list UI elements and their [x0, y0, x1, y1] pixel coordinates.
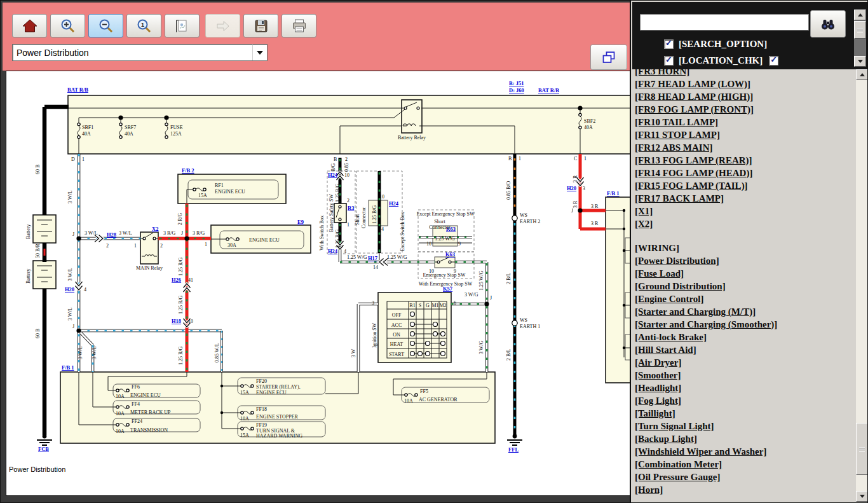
diagram-link-label[interactable]: H20	[567, 185, 576, 191]
diagram-label: With Switch Box	[319, 216, 325, 251]
sidebar-link[interactable]: [Hill Start Aid]	[635, 343, 855, 356]
sidebar-link[interactable]: [Ground Distribution]	[635, 280, 855, 293]
sidebar-link[interactable]: [FR13 FOG LAMP (REAR)]	[635, 154, 855, 167]
diagram-label: START	[389, 352, 404, 357]
diagram-link-label[interactable]: E9	[297, 219, 304, 225]
sidebar-link[interactable]: [FR17 BACK LAMP]	[635, 192, 855, 205]
save-button[interactable]	[243, 14, 278, 38]
diagram-label: 40A	[82, 131, 91, 137]
scroll-up-button[interactable]	[854, 10, 866, 20]
sidebar-link[interactable]: [Engine Control]	[635, 293, 855, 305]
sidebar-link[interactable]: [Smoother]	[635, 369, 855, 382]
search-input[interactable]	[640, 14, 809, 31]
location-chk-trailing-checkbox[interactable]	[769, 56, 778, 65]
zoom-in-button[interactable]	[50, 14, 85, 38]
diagram-link-label[interactable]: R3	[348, 205, 354, 211]
diagram-label: 2	[345, 156, 348, 162]
diagram-label: 1.25 W/G	[387, 254, 407, 260]
search-panel-scrollbar[interactable]	[854, 10, 866, 67]
diagram-link-label[interactable]: F/B 1	[62, 364, 74, 371]
zoom-out-icon	[98, 18, 114, 34]
sidebar-link[interactable]: [Fog Light]	[635, 394, 855, 407]
sidebar-link[interactable]: [Air Dryer]	[635, 356, 855, 369]
search-option-label: [SEARCH_OPTION]	[679, 39, 767, 50]
open-new-window-button[interactable]	[590, 45, 627, 70]
sidebar-link[interactable]: [Fuse Load]	[635, 267, 855, 280]
sidebar-link[interactable]: [Power Distribution]	[635, 254, 855, 267]
zoom-actual-button[interactable]: 1	[126, 14, 161, 38]
diagram-label: 3 W/G	[465, 292, 478, 298]
diagram-label: ENGINE ECU	[215, 189, 245, 195]
sidebar-link[interactable]: [Backup Light]	[635, 432, 855, 445]
diagram-link-label[interactable]: H24	[389, 200, 399, 207]
scroll-down-icon	[860, 495, 865, 498]
scrollbar-thumb[interactable]	[856, 423, 868, 475]
diagram-link-label[interactable]: F/B 2	[182, 167, 194, 174]
diagram-select-dropdown[interactable]: Power Distribution	[12, 44, 268, 61]
diagram-label: Connector	[429, 224, 451, 230]
sidebar-link[interactable]: [X2]	[635, 217, 855, 230]
search-button[interactable]	[810, 10, 846, 38]
diagram-link-label[interactable]: H20	[65, 286, 74, 293]
scroll-up-button[interactable]	[856, 69, 868, 80]
diagram-link-label[interactable]: B: J51	[509, 80, 524, 86]
diagram-label: OFF	[392, 312, 402, 318]
sidebar-link[interactable]: [Combination Meter]	[635, 458, 855, 471]
diagram-link-label[interactable]: H24	[328, 248, 338, 254]
diagram-link-label[interactable]: H24	[328, 172, 338, 178]
sidebar-link[interactable]: [Oil Pressure Gauge]	[635, 471, 855, 483]
diagram-link-label[interactable]: F/B 1	[607, 190, 620, 196]
diagram-link-label[interactable]: H26	[172, 277, 181, 283]
fit-page-button[interactable]	[165, 14, 200, 38]
home-button[interactable]	[12, 14, 47, 38]
diagram-label: SBF7	[125, 125, 136, 130]
diagram-link-label[interactable]: BAT R/B	[67, 86, 88, 93]
diagram-link-label[interactable]: H28	[107, 231, 116, 238]
sidebar-link[interactable]: [Turn Signal Light]	[635, 420, 855, 432]
sidebar-link[interactable]: [Headlight]	[635, 382, 855, 394]
diagram-link-label[interactable]: H18	[172, 318, 181, 324]
sidebar-link[interactable]: [Starter and Charging (M/T)]	[635, 305, 855, 318]
search-option-checkbox[interactable]	[664, 39, 674, 49]
diagram-label: 3 W/L	[67, 307, 73, 320]
save-icon	[253, 18, 269, 34]
dropdown-arrow[interactable]	[252, 45, 267, 60]
link-list-scrollbar[interactable]	[856, 69, 868, 502]
sidebar-link[interactable]: [X1]	[635, 205, 855, 217]
diagram-label: ACC	[391, 322, 402, 328]
sidebar-link[interactable]: [FR11 STOP LAMP]	[635, 128, 855, 141]
home-icon	[22, 18, 38, 34]
scroll-down-button[interactable]	[856, 491, 868, 502]
sidebar-link[interactable]: [FR10 TAIL LAMP]	[635, 116, 855, 128]
sidebar-link[interactable]: [FR8 HEAD LAMP (HIGH)]	[635, 90, 855, 103]
print-button[interactable]	[281, 14, 316, 38]
sidebar-link[interactable]: [FR3 HORN]	[635, 69, 855, 78]
sidebar-link[interactable]: [Windshield Wiper and Washer]	[635, 445, 855, 458]
diagram-link-label[interactable]: K63	[445, 251, 455, 258]
diagram-label: 10	[344, 172, 349, 178]
sidebar-link[interactable]: [FR14 FOG LAMP (HEAD)]	[635, 167, 855, 179]
diagram-link-label[interactable]: FFL	[508, 446, 519, 453]
sidebar-link[interactable]: [Horn]	[635, 483, 855, 496]
sidebar-link[interactable]: [FR12 ABS MAIN]	[635, 141, 855, 154]
diagram-label: Battery	[25, 268, 31, 284]
location-chk-checkbox[interactable]	[664, 56, 674, 65]
diagram-label: 15A	[240, 432, 249, 438]
sidebar-link[interactable]: [FR7 HEAD LAMP (LOW)]	[635, 78, 855, 90]
sidebar-link[interactable]: [FR15 FOG LAMP (TAIL)]	[635, 179, 855, 192]
diagram-link-label[interactable]: FCB	[38, 446, 49, 452]
zoom-out-button[interactable]	[88, 14, 123, 38]
scroll-down-button[interactable]	[854, 56, 866, 67]
sidebar-link[interactable]: [Anti-lock Brake]	[635, 331, 855, 343]
diagram-label: 1	[519, 156, 521, 162]
diagram-link-label[interactable]: BAT R/B	[538, 87, 559, 93]
diagram-link-label[interactable]: X2	[152, 226, 158, 232]
diagram-label: J	[72, 324, 74, 329]
diagram-link-label[interactable]: H17	[368, 255, 378, 261]
sidebar-link[interactable]: [FR9 FOG LAMP (FRONT)]	[635, 103, 855, 116]
forward-button[interactable]	[205, 14, 240, 38]
scrollbar-thumb[interactable]	[854, 21, 866, 39]
diagram-link-label[interactable]: D: J60	[509, 87, 524, 93]
sidebar-link[interactable]: [Starter and Charging (Smoother)]	[635, 318, 855, 331]
sidebar-link[interactable]: [Taillight]	[635, 407, 855, 420]
